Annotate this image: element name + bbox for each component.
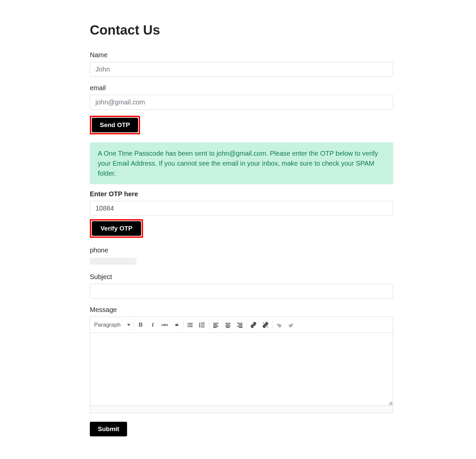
label-message: Message (90, 305, 393, 315)
svg-rect-3 (189, 325, 193, 325)
format-select-label: Paragraph (94, 321, 120, 329)
verify-otp-button[interactable]: Verify OTP (92, 221, 141, 236)
page-title: Contact Us (90, 20, 393, 40)
input-phone[interactable] (90, 257, 393, 266)
field-subject: Subject (90, 272, 393, 299)
undo-button[interactable] (273, 319, 285, 331)
input-subject[interactable] (90, 284, 393, 299)
svg-rect-23 (239, 327, 242, 328)
editor-toolbar: Paragraph B I ABC ❝ 123 (90, 317, 393, 333)
svg-rect-7 (201, 323, 205, 323)
align-right-button[interactable] (234, 319, 246, 331)
bold-button[interactable]: B (135, 319, 147, 331)
message-textarea[interactable] (90, 333, 393, 405)
align-center-button[interactable] (222, 319, 234, 331)
field-name: Name (90, 50, 393, 77)
label-email: email (90, 83, 393, 93)
input-name[interactable] (90, 62, 393, 77)
align-right-icon (237, 322, 243, 328)
align-left-icon (213, 322, 219, 328)
input-otp[interactable] (90, 201, 393, 216)
input-email[interactable] (90, 95, 393, 110)
svg-rect-13 (214, 324, 217, 325)
label-otp: Enter OTP here (90, 189, 393, 199)
align-left-button[interactable] (210, 319, 222, 331)
svg-rect-21 (239, 324, 242, 325)
toolbar-separator (246, 320, 247, 330)
redo-icon (288, 322, 294, 328)
unlink-icon (262, 322, 269, 328)
toolbar-separator (209, 320, 209, 330)
otp-sent-alert: A One Time Passcode has been sent to joh… (90, 142, 393, 184)
highlight-send-otp: Send OTP (90, 116, 140, 134)
svg-point-4 (188, 326, 189, 327)
phone-redacted-value (90, 258, 136, 264)
format-select[interactable]: Paragraph (91, 319, 133, 331)
undo-icon (276, 322, 282, 328)
numbered-list-button[interactable]: 123 (196, 319, 208, 331)
svg-rect-17 (226, 324, 230, 325)
chevron-down-icon (127, 324, 130, 326)
svg-point-2 (188, 324, 189, 325)
svg-rect-9 (201, 325, 205, 325)
redo-button[interactable] (285, 319, 297, 331)
svg-rect-11 (201, 327, 205, 327)
label-phone: phone (90, 245, 393, 255)
submit-button[interactable]: Submit (90, 422, 127, 436)
contact-form-container: Contact Us Name email Send OTP A One Tim… (90, 0, 393, 456)
toolbar-separator (183, 320, 184, 330)
field-otp: Enter OTP here (90, 189, 393, 216)
link-button[interactable] (247, 319, 259, 331)
bullet-list-button[interactable] (184, 319, 196, 331)
numbered-list-icon: 123 (199, 322, 206, 328)
strikethrough-button[interactable]: ABC (159, 319, 171, 331)
label-subject: Subject (90, 272, 393, 282)
bullet-list-icon (187, 322, 194, 328)
toolbar-separator (272, 320, 272, 330)
svg-rect-1 (189, 323, 193, 324)
svg-rect-5 (189, 326, 193, 327)
svg-text:3: 3 (199, 325, 200, 327)
align-center-icon (225, 322, 231, 328)
highlight-verify-otp: Verify OTP (90, 219, 143, 238)
svg-rect-15 (214, 327, 217, 328)
blockquote-button[interactable]: ❝ (171, 319, 183, 331)
send-otp-button[interactable]: Send OTP (92, 118, 138, 132)
italic-button[interactable]: I (147, 319, 159, 331)
link-icon (250, 322, 257, 328)
svg-rect-18 (226, 326, 231, 326)
svg-rect-22 (238, 326, 242, 326)
svg-point-0 (188, 323, 189, 324)
label-name: Name (90, 50, 393, 60)
editor-statusbar (90, 405, 393, 413)
svg-rect-16 (226, 323, 231, 324)
svg-rect-19 (226, 327, 230, 328)
svg-rect-14 (214, 326, 219, 326)
svg-rect-12 (214, 323, 219, 324)
rich-text-editor: Paragraph B I ABC ❝ 123 (90, 317, 393, 413)
field-phone: phone (90, 245, 393, 266)
unlink-button[interactable] (259, 319, 271, 331)
field-email: email (90, 83, 393, 110)
field-message: Message Paragraph B I ABC ❝ 123 (90, 305, 393, 413)
svg-rect-20 (238, 323, 242, 324)
